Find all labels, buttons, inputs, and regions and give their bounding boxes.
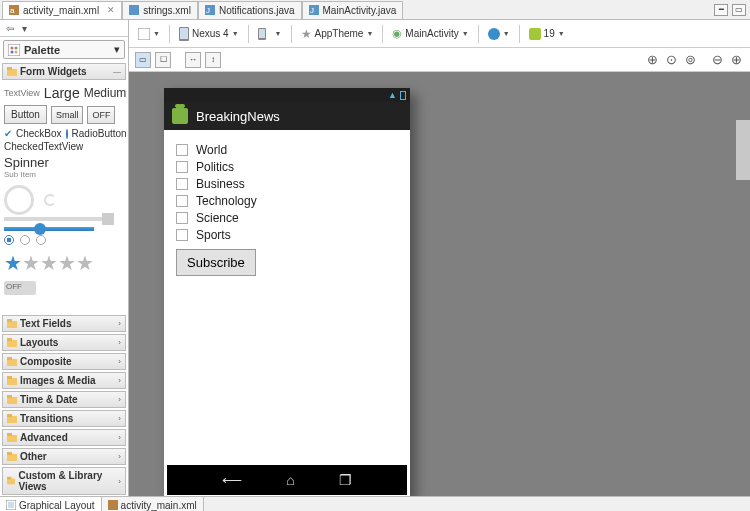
scrollbar[interactable] [736, 120, 750, 180]
medium-text-item[interactable]: Medium [84, 86, 127, 100]
tab-mainactivity[interactable]: J MainActivity.java [302, 1, 404, 19]
svg-point-11 [15, 50, 18, 53]
align-option-2[interactable]: ↕ [205, 52, 221, 68]
button-widget[interactable]: Button [4, 105, 47, 124]
orientation-button[interactable]: ▼ [255, 26, 285, 42]
section-other[interactable]: Other› [2, 448, 126, 465]
radiobutton-widget[interactable]: RadioButton [72, 128, 127, 139]
tab-label: Notifications.java [219, 5, 295, 16]
section-images[interactable]: Images & Media› [2, 372, 126, 389]
chevron-icon: — [113, 67, 121, 76]
section-composite[interactable]: Composite› [2, 353, 126, 370]
seekbar-widget[interactable] [4, 227, 94, 231]
section-text-fields[interactable]: Text Fields› [2, 315, 126, 332]
checkbox-technology[interactable]: Technology [176, 194, 398, 208]
svg-rect-17 [7, 338, 12, 341]
checkbox-business[interactable]: Business [176, 177, 398, 191]
checkbox-world[interactable]: World [176, 143, 398, 157]
svg-rect-14 [7, 321, 17, 328]
progress-small-widget[interactable] [44, 194, 56, 206]
small-button-widget[interactable]: Small [51, 106, 84, 124]
app-icon [172, 108, 188, 124]
maximize-button[interactable]: ▭ [732, 4, 746, 16]
tab-activity-main[interactable]: a activity_main.xml ✕ [2, 1, 122, 19]
view-option-1[interactable]: ▭ [135, 52, 151, 68]
off-toggle-widget[interactable]: OFF [87, 106, 115, 124]
zoom-reset-icon[interactable]: ⊙ [664, 52, 679, 67]
zoom-out-icon[interactable]: ⊖ [710, 52, 725, 67]
svg-text:a: a [10, 6, 15, 15]
switch-widget[interactable] [4, 281, 36, 295]
section-custom[interactable]: Custom & Library Views› [2, 467, 126, 495]
align-option-1[interactable]: ↔ [185, 52, 201, 68]
activity-selector[interactable]: ◉MainActivity▼ [389, 25, 471, 42]
design-surface[interactable]: ▲ BreakingNews World Politics Business T… [129, 72, 750, 496]
nav-back-icon[interactable]: ⇦ [4, 22, 16, 34]
palette-panel: ⇦ ▾ Palette ▾ Form Widgets — TextView La… [0, 20, 129, 496]
progress-ring-widget[interactable] [4, 185, 34, 215]
checkbox-sports[interactable]: Sports [176, 228, 398, 242]
minimize-button[interactable]: ━ [714, 4, 728, 16]
section-time-date[interactable]: Time & Date› [2, 391, 126, 408]
large-text-item[interactable]: Large [44, 85, 80, 101]
checkbox-science[interactable]: Science [176, 211, 398, 225]
radiogroup-widget[interactable] [4, 235, 124, 245]
section-form-widgets[interactable]: Form Widgets — [2, 63, 126, 80]
close-icon[interactable]: ✕ [107, 5, 115, 15]
tab-strings[interactable]: strings.xml [122, 1, 198, 19]
design-toolbar: ▼ Nexus 4▼ ▼ ★AppTheme▼ ◉MainActivity▼ ▼… [129, 20, 750, 48]
zoom-fit-icon[interactable]: ⊕ [645, 52, 660, 67]
progressbar-widget[interactable] [4, 217, 114, 221]
svg-rect-12 [7, 69, 17, 76]
section-advanced[interactable]: Advanced› [2, 429, 126, 446]
recent-nav-icon[interactable]: ❐ [339, 472, 352, 488]
android-actionbar: BreakingNews [164, 102, 410, 130]
svg-rect-21 [7, 376, 12, 379]
checkbox-widget[interactable]: CheckBox [16, 128, 62, 139]
svg-rect-37 [529, 28, 541, 40]
view-option-2[interactable]: ☐ [155, 52, 171, 68]
svg-rect-24 [7, 416, 17, 423]
zoom-100-icon[interactable]: ⊚ [683, 52, 698, 67]
ratingbar-widget[interactable]: ★★★★★ [4, 251, 124, 275]
tab-label: activity_main.xml [23, 5, 99, 16]
palette-title-bar[interactable]: Palette ▾ [3, 40, 125, 59]
chevron-down-icon[interactable]: ▾ [114, 43, 120, 56]
android-navbar: ⟵ ⌂ ❐ [167, 465, 407, 495]
spinner-widget[interactable]: Spinner [4, 155, 49, 170]
config-dropdown[interactable]: ▼ [135, 26, 163, 42]
source-tab[interactable]: activity_main.xml [102, 497, 204, 511]
svg-rect-7 [8, 44, 20, 56]
android-statusbar: ▲ [164, 88, 410, 102]
wifi-icon: ▲ [388, 90, 397, 100]
graphical-layout-tab[interactable]: Graphical Layout [0, 497, 102, 511]
checkedtextview-widget[interactable]: CheckedTextView [4, 141, 83, 152]
design-subtoolbar: ▭ ☐ ↔ ↕ ⊕ ⊙ ⊚ ⊖ ⊕ [129, 48, 750, 72]
section-transitions[interactable]: Transitions› [2, 410, 126, 427]
design-canvas-area: ▼ Nexus 4▼ ▼ ★AppTheme▼ ◉MainActivity▼ ▼… [129, 20, 750, 496]
svg-rect-22 [7, 397, 17, 404]
checkbox-politics[interactable]: Politics [176, 160, 398, 174]
section-layouts[interactable]: Layouts› [2, 334, 126, 351]
app-content: World Politics Business Technology Scien… [164, 130, 410, 462]
svg-rect-15 [7, 319, 12, 322]
home-nav-icon[interactable]: ⌂ [286, 472, 294, 488]
back-nav-icon[interactable]: ⟵ [222, 472, 242, 488]
svg-text:J: J [310, 6, 314, 15]
svg-rect-31 [7, 477, 11, 480]
subscribe-button[interactable]: Subscribe [176, 249, 256, 276]
api-selector[interactable]: 19▼ [526, 26, 568, 42]
device-preview[interactable]: ▲ BreakingNews World Politics Business T… [164, 88, 410, 496]
locale-selector[interactable]: ▼ [485, 26, 513, 42]
device-selector[interactable]: Nexus 4▼ [176, 25, 242, 43]
theme-selector[interactable]: ★AppTheme▼ [298, 25, 377, 43]
svg-rect-27 [7, 433, 12, 436]
svg-rect-30 [7, 478, 15, 484]
palette-nav: ⇦ ▾ [0, 20, 128, 37]
zoom-in-icon[interactable]: ⊕ [729, 52, 744, 67]
textview-item[interactable]: TextView [4, 88, 40, 98]
svg-point-10 [11, 50, 14, 53]
tab-notifications[interactable]: J Notifications.java [198, 1, 302, 19]
svg-rect-36 [259, 29, 265, 38]
nav-fwd-icon[interactable]: ▾ [18, 22, 30, 34]
